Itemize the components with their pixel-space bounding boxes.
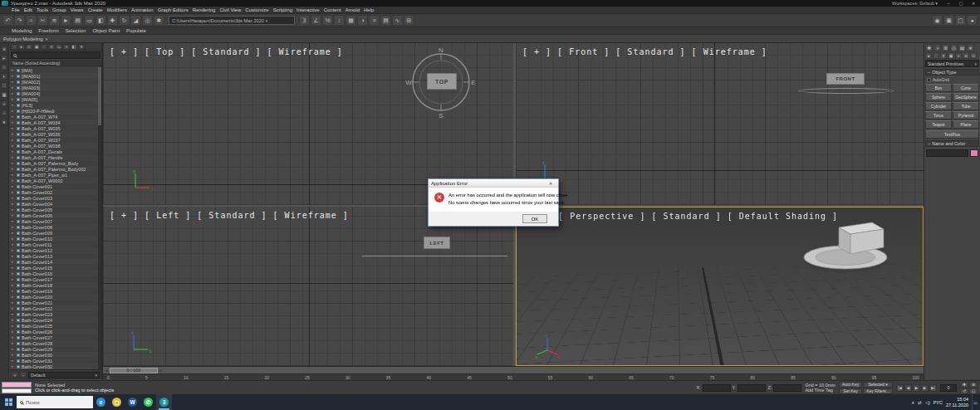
list-item[interactable]: ▸ Bath-Cover005 [10, 207, 98, 212]
list-item[interactable]: ▸ Bath_A-007_Decals [10, 149, 98, 154]
prev-frame-arrow-icon[interactable]: ◂ [104, 368, 110, 373]
expand-arrow-icon[interactable]: ▸ [12, 190, 15, 194]
pick-icon[interactable]: ▣ [1, 91, 7, 98]
list-item[interactable]: ▸ Bath-Cover013 [10, 253, 98, 259]
snap-toggle-icon[interactable]: 3 [299, 15, 310, 26]
explorer-scrollbar[interactable] [98, 67, 101, 369]
x-coord-input[interactable] [703, 384, 731, 392]
list-item[interactable]: ▸ Bath-Cover017 [10, 276, 98, 282]
list-item[interactable]: ▸ Bath-Cover011 [10, 242, 98, 247]
expand-arrow-icon[interactable]: ▸ [12, 237, 15, 241]
expand-arrow-icon[interactable]: ▸ [12, 283, 15, 287]
modify-tab[interactable]: ◑ [933, 44, 941, 51]
list-item[interactable]: ▸ [IMA003] [10, 85, 98, 90]
expand-arrow-icon[interactable]: ▸ [12, 74, 15, 78]
viewport-front[interactable]: [ + ] [ Front ] [ Standard ] [ Wireframe… [516, 43, 924, 205]
list-item[interactable]: ▸ Bath_A-007_Palermo_Body002 [10, 166, 98, 172]
cylinder-button[interactable]: Cylinder [925, 102, 952, 110]
layer-manager-icon[interactable]: ▤ [380, 15, 391, 26]
ribbon-tab[interactable]: Populate [126, 28, 146, 33]
cameras-category-icon[interactable]: ▣ [948, 52, 954, 59]
ribbon-tab[interactable]: Selection [66, 28, 86, 33]
list-item[interactable]: ▸ Bath-Cover007 [10, 218, 98, 224]
list-item[interactable]: ▸ Bath-Cover027 [10, 334, 98, 340]
explorer-menu-icon[interactable]: ≡ [1, 46, 7, 52]
expand-arrow-icon[interactable]: ▸ [12, 353, 15, 357]
expand-arrow-icon[interactable]: ▸ [12, 161, 15, 165]
list-item[interactable]: ▸ Bath-Cover008 [10, 224, 98, 230]
expand-arrow-icon[interactable]: ▸ [12, 155, 15, 159]
scene-object-front[interactable]: FRONT [826, 73, 865, 85]
listener-script-line[interactable] [2, 388, 32, 394]
expand-arrow-icon[interactable]: ▸ [12, 266, 15, 270]
menu-item[interactable]: Group [52, 7, 66, 12]
edge-icon[interactable]: e [93, 394, 109, 410]
menu-item[interactable]: Edit [24, 7, 32, 12]
scrollbar-thumb[interactable] [98, 67, 101, 125]
list-item[interactable]: ▸ Bath_A-007_W74 [10, 114, 98, 120]
tube-button[interactable]: Tube [953, 102, 979, 110]
delete-layer-icon[interactable]: − [20, 372, 27, 378]
list-item[interactable]: ▸ Bath-Cover014 [10, 259, 98, 265]
list-item[interactable]: ▸ Bath_A-007_W036 [10, 131, 98, 137]
rendered-frame-icon[interactable]: ▢ [955, 15, 966, 26]
expand-arrow-icon[interactable]: ▸ [12, 318, 15, 322]
list-item[interactable]: ▸ Bath-Cover001 [10, 183, 98, 189]
primitives-dropdown[interactable]: Standard Primitives ▾ [925, 60, 979, 67]
ribbon-tab[interactable]: Modeling [12, 28, 32, 33]
selected-dropdown[interactable]: Selected ▾ [863, 382, 893, 388]
torus-button[interactable]: Torus [925, 111, 952, 120]
viewport-perspective[interactable]: [ + ] [ Perspective ] [ Standard ] [ Def… [516, 207, 924, 366]
list-item[interactable]: ▸ Bath-Cover018 [10, 282, 98, 288]
maxscript-mini-listener[interactable] [2, 382, 32, 393]
menu-item[interactable]: Scripting [273, 7, 292, 12]
3dsmax-icon[interactable]: 3 [156, 394, 172, 410]
viewport-label[interactable]: [ + ] [ Left ] [ Standard ] [ Wireframe … [110, 211, 349, 220]
name-color-rollout[interactable]: − Name and Color [925, 140, 979, 147]
textplus-button[interactable]: TextPlus [925, 130, 979, 139]
list-item[interactable]: ▸ Bath-Cover002 [10, 189, 98, 195]
menu-item[interactable]: Graph Editors [158, 7, 189, 12]
expand-arrow-icon[interactable]: ▸ [12, 225, 15, 229]
list-item[interactable]: ▸ Bath-Cover024 [10, 317, 98, 323]
expand-arrow-icon[interactable]: ▸ [12, 242, 15, 246]
filter-shapes-icon[interactable]: ◌ [41, 44, 47, 50]
list-item[interactable]: ▸ Bath_A-007_Palermo_Body [10, 160, 98, 166]
time-tag-button[interactable]: Add Time Tag [805, 388, 835, 393]
expand-arrow-icon[interactable]: ▸ [12, 295, 15, 299]
sphere-button[interactable]: Sphere [925, 93, 952, 101]
display-influences-icon[interactable]: ○ [11, 44, 17, 50]
box-button[interactable]: Box [925, 84, 952, 92]
bind-spacewarp-icon[interactable]: ≋ [49, 15, 60, 26]
expand-arrow-icon[interactable]: ▸ [12, 144, 15, 148]
curve-editor-icon[interactable]: ∿ [392, 15, 403, 26]
viewport-label[interactable]: [ + ] [ Top ] [ Standard ] [ Wireframe ] [110, 47, 343, 56]
language-indicator[interactable]: РУС [933, 400, 943, 405]
select-by-name-icon[interactable]: ▤ [72, 15, 83, 26]
create-tab[interactable]: ✚ [925, 44, 933, 51]
pan-icon[interactable]: ✚ [960, 382, 968, 388]
list-item[interactable]: ▸ Bath-Cover026 [10, 329, 98, 334]
object-type-rollout[interactable]: − Object Type [925, 69, 979, 76]
list-item[interactable]: ▸ Bath-Cover028 [10, 340, 98, 346]
start-button[interactable] [0, 394, 17, 410]
utilities-tab[interactable]: ∗ [967, 44, 974, 51]
project-path-dropdown[interactable]: C:\Users\Назарыч\Documents\3ds Max 2020 … [169, 16, 295, 25]
hierarchy-tab[interactable]: ≣ [942, 44, 949, 51]
expand-arrow-icon[interactable]: ▸ [12, 306, 15, 310]
time-slider[interactable]: ◂ 0 / 100 ▸ [103, 366, 924, 373]
motion-tab[interactable]: ◎ [950, 44, 958, 51]
list-item[interactable]: ▸ Bath-Cover021 [10, 300, 98, 305]
expand-arrow-icon[interactable]: ▸ [12, 109, 15, 113]
angle-snap-icon[interactable]: ∠ [311, 15, 321, 26]
expand-arrow-icon[interactable]: ▸ [12, 196, 15, 200]
list-item[interactable]: ▸ Bath-Cover015 [10, 265, 98, 271]
list-item[interactable]: ▸ [IMA002] [10, 79, 98, 85]
menu-item[interactable]: Tools [37, 7, 48, 12]
object-color-swatch[interactable] [970, 149, 978, 157]
z-coord-input[interactable] [773, 384, 801, 392]
undo-icon[interactable]: ↶ [2, 15, 13, 26]
menu-item[interactable]: Civil View [219, 7, 241, 12]
list-item[interactable]: ▸ [IMA] [10, 67, 98, 73]
menu-item[interactable]: File [12, 7, 20, 12]
